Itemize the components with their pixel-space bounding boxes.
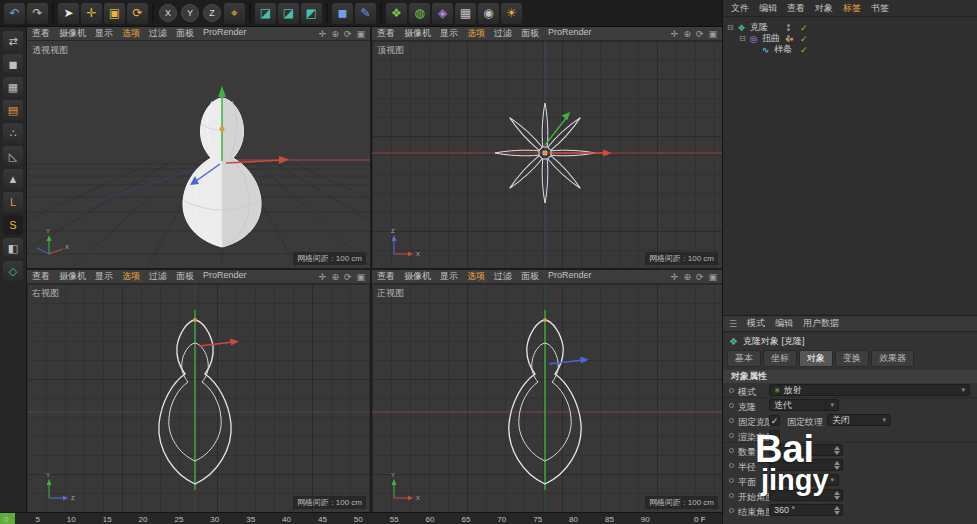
viewport-canvas-perspective[interactable]: 透视视图	[27, 41, 370, 268]
viewport-menu-cameras[interactable]: 摄像机	[59, 27, 86, 40]
timeline-tick[interactable]: 25	[174, 515, 183, 524]
fix-texture-dropdown[interactable]: 关闭 ▾	[827, 414, 891, 426]
rotate-view-icon[interactable]: ⟳	[344, 272, 352, 282]
pan-view-icon[interactable]: ✛	[671, 29, 679, 39]
keyframe-dot[interactable]	[729, 448, 734, 453]
tree-item-bend[interactable]: ⊟ 扭曲 ●● ✓	[723, 33, 977, 44]
enable-check-icon[interactable]: ✓	[800, 34, 808, 44]
keyframe-dot[interactable]	[729, 478, 734, 483]
camera-icon[interactable]: ◉	[478, 3, 499, 24]
zoom-view-icon[interactable]: ⊕	[331, 29, 339, 39]
toggle-view-icon[interactable]: ▣	[356, 29, 365, 39]
rotate-view-icon[interactable]: ⟳	[344, 29, 352, 39]
timeline-tick[interactable]: 80	[569, 515, 578, 524]
radius-field[interactable]	[769, 459, 843, 471]
mograph-icon[interactable]: ❖	[386, 3, 407, 24]
separator-4[interactable]	[326, 3, 328, 23]
workplane-mode-icon[interactable]: ▤	[3, 100, 23, 120]
keyframe-dot[interactable]	[729, 463, 734, 468]
viewport-menu-filter[interactable]: 过滤	[149, 27, 167, 40]
viewport-menu-display[interactable]: 显示	[440, 27, 458, 40]
coordinate-system-icon[interactable]: ⌖	[224, 3, 245, 24]
redo-icon[interactable]: ↷	[27, 3, 48, 24]
keyframe-dot[interactable]	[729, 493, 734, 498]
viewport-canvas-right[interactable]: 右视图 Y	[27, 284, 370, 512]
render-settings-icon[interactable]: ◩	[301, 3, 322, 24]
am-menu-edit[interactable]: 编辑	[775, 317, 793, 330]
zoom-view-icon[interactable]: ⊕	[683, 29, 691, 39]
separator-5[interactable]	[380, 3, 382, 23]
toggle-view-icon[interactable]: ▣	[708, 272, 717, 282]
rotate-view-icon[interactable]: ⟳	[696, 272, 704, 282]
tab-basic[interactable]: 基本	[727, 350, 761, 367]
add-primitive-icon[interactable]: ◼	[332, 3, 353, 24]
om-menu-bookmarks[interactable]: 书签	[871, 2, 889, 15]
viewport-menu-filter[interactable]: 过滤	[494, 27, 512, 40]
viewport-menu-filter[interactable]: 过滤	[494, 270, 512, 283]
viewport-menu-display[interactable]: 显示	[95, 270, 113, 283]
move-icon[interactable]: ✛	[81, 3, 102, 24]
model-mode-icon[interactable]: ◼	[3, 54, 23, 74]
lock-x-axis-icon[interactable]: X	[159, 4, 177, 22]
enable-check-icon[interactable]: ✓	[800, 23, 808, 33]
timeline-tick[interactable]: 65	[461, 515, 470, 524]
viewport-canvas-front[interactable]: 正视图 Y	[372, 284, 722, 512]
timeline-tick[interactable]: 70	[497, 515, 506, 524]
viewport-menu-options[interactable]: 选项	[467, 27, 485, 40]
count-field[interactable]	[769, 444, 843, 456]
axis-mode-icon[interactable]: L	[3, 192, 23, 212]
render-instances-checkbox[interactable]: ✓	[769, 430, 780, 441]
expand-toggle-icon[interactable]: ⊟	[727, 23, 736, 32]
viewport-menu-panel[interactable]: 面板	[176, 27, 194, 40]
visibility-dots[interactable]	[787, 24, 790, 31]
hamburger-icon[interactable]: ☰	[729, 319, 737, 329]
scale-icon[interactable]: ▣	[104, 3, 125, 24]
lock-z-axis-icon[interactable]: Z	[203, 4, 221, 22]
zoom-view-icon[interactable]: ⊕	[331, 272, 339, 282]
toggle-view-icon[interactable]: ▣	[708, 29, 717, 39]
viewport-filter-icon[interactable]: ◇	[3, 261, 23, 281]
viewport-menu-cameras[interactable]: 摄像机	[404, 27, 431, 40]
plane-dropdown[interactable]: ▾	[769, 474, 839, 486]
fix-clone-checkbox[interactable]: ✓	[769, 415, 780, 426]
pan-view-icon[interactable]: ✛	[319, 272, 327, 282]
viewport-menu-view[interactable]: 查看	[377, 27, 395, 40]
mode-dropdown[interactable]: ✳ 放射 ▾	[769, 384, 970, 396]
tree-item-spline[interactable]: 样条 ✓	[723, 44, 977, 55]
viewport-menu-view[interactable]: 查看	[32, 270, 50, 283]
am-menu-mode[interactable]: 模式	[747, 317, 765, 330]
timeline-tick[interactable]: 35	[246, 515, 255, 524]
texture-mode-icon[interactable]: ▦	[3, 77, 23, 97]
light-icon[interactable]: ☀	[501, 3, 522, 24]
viewport-menu-prorender[interactable]: ProRender	[203, 270, 247, 283]
visibility-dots[interactable]	[787, 35, 790, 42]
render-to-picture-viewer-icon[interactable]: ◪	[278, 3, 299, 24]
viewport-menu-display[interactable]: 显示	[95, 27, 113, 40]
timeline-tick[interactable]: 5	[35, 515, 39, 524]
timeline-tick[interactable]: 75	[533, 515, 542, 524]
rotate-icon[interactable]: ⟳	[127, 3, 148, 24]
om-menu-edit[interactable]: 编辑	[759, 2, 777, 15]
pan-view-icon[interactable]: ✛	[319, 29, 327, 39]
snap-icon[interactable]: S	[3, 215, 23, 235]
spinner-arrows-icon[interactable]	[834, 461, 840, 470]
om-menu-tags[interactable]: 标签	[843, 2, 861, 15]
timeline-ruler[interactable]: 051015202530354045505560657075808590 0 F	[0, 512, 722, 524]
tab-transform[interactable]: 变换	[835, 350, 869, 367]
timeline-tick[interactable]: 45	[318, 515, 327, 524]
viewport-menu-panel[interactable]: 面板	[176, 270, 194, 283]
visibility-dots[interactable]	[787, 46, 790, 53]
viewport-menu-options[interactable]: 选项	[467, 270, 485, 283]
enable-check-icon[interactable]: ✓	[800, 45, 808, 55]
tab-coordinates[interactable]: 坐标	[763, 350, 797, 367]
tab-effectors[interactable]: 效果器	[871, 350, 914, 367]
keyframe-dot[interactable]	[729, 433, 734, 438]
timeline-tick[interactable]: 40	[282, 515, 291, 524]
timeline-tick[interactable]: 0	[4, 515, 8, 524]
viewport-menu-options[interactable]: 选项	[122, 270, 140, 283]
rotate-view-icon[interactable]: ⟳	[696, 29, 704, 39]
toggle-view-icon[interactable]: ▣	[356, 272, 365, 282]
add-spline-icon[interactable]: ✎	[355, 3, 376, 24]
undo-icon[interactable]: ↶	[4, 3, 25, 24]
keyframe-dot[interactable]	[729, 418, 734, 423]
